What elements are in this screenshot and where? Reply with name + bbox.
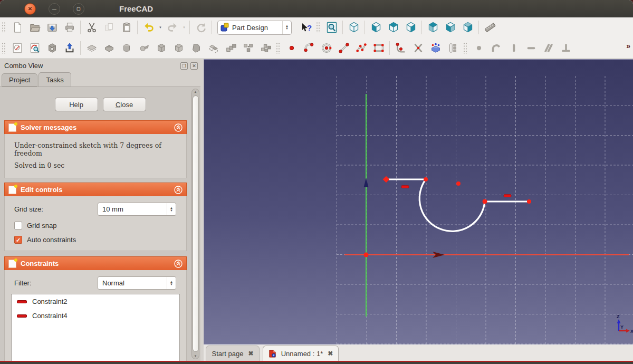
auto-constraints-checkbox[interactable]: ✓ [14,236,22,244]
constrain-horizontal-button[interactable] [522,40,540,56]
scroll-up-icon[interactable]: ▲ [192,90,199,93]
list-item-constraint2[interactable]: Constraint2 [12,294,179,309]
3d-viewport[interactable]: Z Y X [204,59,633,344]
grid-size-spinbox[interactable]: 10 mm ▲▼ [98,203,176,216]
polar-pattern-button[interactable] [239,40,257,56]
groove-button[interactable] [135,40,152,56]
whats-this-button[interactable]: ? [297,20,314,35]
undo-dropdown[interactable]: ▼ [157,26,164,29]
multi-transform-button[interactable] [257,40,274,56]
create-rectangle-button[interactable] [370,40,387,56]
bottom-view-button[interactable] [442,20,459,35]
solver-messages-header[interactable]: Solver messages [4,120,187,134]
map-sketch-button[interactable] [43,40,61,56]
toolbar-grip[interactable] [463,42,468,54]
collapse-icon[interactable] [174,186,183,194]
cut-button[interactable] [83,20,100,35]
window-maximize-button[interactable]: ▢ [73,3,84,15]
toolbar-grip[interactable] [2,22,6,33]
constrain-perpendicular-button[interactable] [557,40,574,56]
create-line-button[interactable] [335,40,352,56]
create-polyline-button[interactable] [352,40,370,56]
tab-close-icon[interactable]: ✖ [328,350,333,357]
scrollbar-thumb[interactable] [193,95,199,352]
tab-close-icon[interactable]: ✖ [248,350,253,357]
refresh-button[interactable] [192,20,209,35]
scroll-down-icon[interactable]: ▼ [192,355,199,358]
panel-close-button[interactable]: ✕ [190,62,198,70]
sketch-arc[interactable] [419,179,485,231]
undo-button[interactable] [140,20,157,35]
panel-scrollbar[interactable]: ▲ ▼ [191,89,199,359]
collapse-icon[interactable] [174,260,183,268]
list-item-constraint4[interactable]: Constraint4 [12,309,179,323]
fit-all-button[interactable] [323,20,340,35]
origin-point[interactable] [364,253,369,257]
grid-snap-checkbox[interactable] [14,222,22,229]
save-document-button[interactable] [43,20,61,35]
mirrored-button[interactable] [205,40,222,56]
fillet-feature-button[interactable] [152,40,170,56]
window-close-button[interactable]: ✕ [24,3,36,15]
front-view-button[interactable] [367,20,385,35]
toolbar-overflow-chevron[interactable]: » [626,42,630,50]
axonometric-view-button[interactable] [345,20,362,35]
window-minimize-button[interactable]: ─ [49,3,60,15]
pad-button[interactable] [83,40,100,56]
sketch-point[interactable] [483,199,487,204]
right-view-button[interactable] [402,20,419,35]
grid-size-spinner[interactable]: ▲▼ [167,203,176,215]
new-sketch-button[interactable] [8,40,26,56]
toolbar-grip[interactable] [316,22,321,33]
filter-combobox[interactable]: Normal ▲▼ [98,276,176,290]
filter-spinner[interactable]: ▲▼ [167,277,176,289]
constrain-tangent-button[interactable] [487,40,505,56]
horizontal-constraint-marker-1[interactable] [401,186,409,188]
constraints-header[interactable]: Constraints [4,256,187,270]
close-task-button[interactable]: Close [103,98,146,111]
constrain-vertical-button[interactable] [505,40,522,56]
toolbar-grip[interactable] [276,42,281,54]
create-point-button[interactable] [283,40,300,56]
measure-button[interactable] [481,20,498,35]
leave-sketch-button[interactable] [61,40,78,56]
tab-tasks[interactable]: Tasks [39,72,71,87]
copy-button[interactable] [100,20,118,35]
pocket-button[interactable] [100,40,118,56]
workbench-spinner[interactable]: ▲▼ [282,21,291,34]
rear-view-button[interactable] [424,20,442,35]
panel-float-button[interactable]: ❐ [180,62,188,70]
sketch-geometry[interactable] [383,176,531,232]
sketch-canvas[interactable]: Z Y X [204,60,633,345]
revolution-button[interactable] [118,40,135,56]
constraint-list[interactable]: Constraint2 Constraint4 [11,294,180,364]
external-geometry-button[interactable] [427,40,444,56]
left-view-button[interactable] [459,20,476,35]
workbench-selector[interactable]: Part Design ▲▼ [217,21,292,35]
tab-unnamed-document[interactable]: Unnamed : 1* ✖ [263,346,339,361]
construction-mode-button[interactable] [444,40,462,56]
help-button[interactable]: Help [55,98,98,111]
tab-start-page[interactable]: Start page ✖ [206,346,260,361]
constrain-coincident-button[interactable] [470,40,487,56]
print-button[interactable] [61,20,78,35]
linear-pattern-button[interactable] [222,40,239,56]
draft-button[interactable] [187,40,205,56]
new-document-button[interactable] [8,20,26,35]
horizontal-constraint-marker-2[interactable] [504,195,511,197]
top-view-button[interactable] [385,20,402,35]
sketch-point[interactable] [383,176,390,183]
view-sketch-button[interactable] [26,40,43,56]
trim-edge-button[interactable] [409,40,427,56]
toolbar-grip[interactable] [2,42,6,54]
sketch-point[interactable] [527,199,531,204]
create-circle-button[interactable] [318,40,335,56]
create-fillet-button[interactable] [392,40,409,56]
arc-center-point[interactable] [456,181,461,186]
collapse-icon[interactable] [174,123,183,132]
paste-button[interactable] [118,20,135,35]
redo-dropdown[interactable]: ▼ [181,26,187,29]
constrain-parallel-button[interactable] [540,40,557,56]
redo-button[interactable] [164,20,181,35]
sketch-point[interactable] [424,177,428,181]
